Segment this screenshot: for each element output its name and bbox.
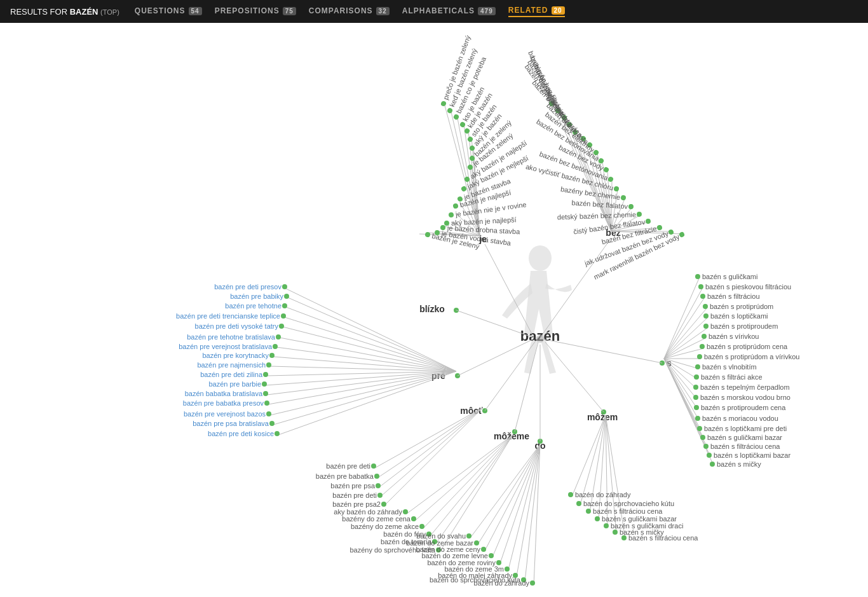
svg-text:bazén s moriacou vodou: bazén s moriacou vodou — [702, 415, 778, 422]
svg-point-159 — [264, 401, 269, 406]
svg-point-180 — [377, 493, 383, 498]
s-leaves[interactable]: bazén s guličkami bazén s pieskovou filt… — [693, 273, 799, 468]
svg-line-209 — [492, 444, 540, 557]
svg-point-308 — [697, 426, 702, 431]
tab-questions-label: QUESTIONS — [135, 6, 186, 15]
mozem-leaves[interactable]: bazén do záhrady bazén do sprchovacieho … — [568, 491, 698, 542]
tab-questions-count: 54 — [189, 7, 202, 15]
svg-point-141 — [281, 313, 286, 319]
je-leaves[interactable]: prečo je bazén zelený keď je bazén zelen… — [424, 34, 530, 250]
svg-line-271 — [664, 359, 698, 409]
svg-point-105 — [637, 212, 642, 217]
svg-text:bazén s pieskovou filtráciou: bazén s pieskovou filtráciou — [705, 283, 791, 291]
svg-point-278 — [695, 274, 700, 279]
svg-point-24 — [453, 114, 460, 121]
svg-point-26 — [459, 121, 466, 128]
svg-text:bazén pre tehotne bratislava: bazén pre tehotne bratislava — [187, 333, 276, 341]
svg-line-257 — [545, 340, 662, 363]
svg-point-296 — [695, 364, 700, 369]
svg-point-314 — [707, 453, 712, 458]
svg-line-116 — [456, 310, 534, 338]
tab-prepositions[interactable]: PREPOSITIONS 75 — [215, 6, 296, 17]
svg-point-145 — [276, 334, 281, 340]
svg-text:bazén s vírivkou: bazén s vírivkou — [709, 333, 759, 340]
nav-tabs: QUESTIONS 54 PREPOSITIONS 75 COMPARISONS… — [135, 6, 565, 17]
tab-related[interactable]: RELATED 20 — [508, 6, 565, 17]
svg-point-244 — [576, 501, 581, 506]
svg-point-306 — [695, 416, 700, 421]
tab-alphabeticals-label: ALPHABETICALS — [402, 6, 475, 15]
svg-text:bazén pre deti: bazén pre deti — [332, 491, 377, 499]
svg-text:bazén s protiprúdom cena: bazén s protiprúdom cena — [707, 343, 788, 350]
svg-text:bazén s protiprúdom: bazén s protiprúdom — [710, 303, 773, 310]
svg-text:bazén pre psa: bazén pre psa — [330, 482, 376, 490]
svg-point-225 — [505, 566, 510, 572]
svg-point-103 — [628, 204, 634, 210]
svg-text:bazén pre psa bratislava: bazén pre psa bratislava — [193, 420, 269, 427]
svg-point-149 — [269, 353, 275, 358]
svg-text:bazén s protiproudem cena: bazén s protiproudem cena — [701, 404, 786, 411]
svg-point-298 — [694, 374, 699, 380]
svg-point-221 — [489, 553, 494, 558]
svg-text:bazén s guličkami: bazén s guličkami — [702, 273, 757, 280]
svg-line-235 — [572, 415, 606, 497]
svg-point-99 — [613, 186, 620, 192]
tab-alphabeticals[interactable]: ALPHABETICALS 479 — [402, 6, 496, 17]
svg-point-223 — [496, 560, 501, 565]
svg-line-121 — [286, 307, 456, 371]
svg-line-133 — [273, 371, 456, 425]
svg-text:bazén pre deti presov: bazén pre deti presov — [214, 283, 281, 291]
svg-text:bazén pre babatka presov: bazén pre babatka presov — [183, 399, 264, 407]
page-title: RESULTS FOR BAZÉN (TOP) — [10, 7, 119, 17]
svg-line-170 — [378, 408, 483, 477]
svg-text:bazén pre babiky: bazén pre babiky — [230, 292, 283, 300]
svg-point-215 — [466, 533, 471, 539]
svg-text:bazény do zeme akce: bazény do zeme akce — [351, 523, 419, 530]
svg-point-165 — [275, 431, 280, 436]
svg-text:bazén s filtráciou cena: bazén s filtráciou cena — [628, 534, 698, 542]
svg-point-192 — [403, 509, 408, 514]
svg-point-101 — [620, 195, 626, 200]
svg-point-284 — [703, 304, 708, 309]
pre-leaves[interactable]: bazén pre deti presov bazén pre babiky b… — [176, 283, 289, 437]
svg-text:bazén s filtráciou cena: bazén s filtráciou cena — [593, 507, 663, 515]
svg-line-188 — [423, 435, 513, 528]
svg-line-172 — [381, 408, 483, 496]
bez-leaves[interactable]: bazén bez chlóru bazén bez chemie bazén … — [524, 50, 686, 280]
svg-point-294 — [697, 354, 702, 359]
svg-point-280 — [698, 284, 703, 289]
svg-point-143 — [279, 324, 284, 329]
svg-text:bazén do záhrady: bazén do záhrady — [575, 491, 631, 498]
svg-point-44 — [452, 203, 459, 209]
tab-comparisons[interactable]: COMPARISONS 32 — [309, 6, 390, 17]
top-label: (TOP) — [100, 8, 119, 16]
svg-text:bazén pre deti kosice: bazén pre deti kosice — [208, 430, 274, 437]
svg-point-310 — [700, 435, 705, 440]
main-content: bazén je prečo je bazén ze — [0, 23, 868, 597]
svg-text:bazén s loptičkami bazar: bazén s loptičkami bazar — [714, 451, 790, 459]
svg-point-0 — [529, 245, 552, 271]
svg-text:bazén babatka bratislava: bazén babatka bratislava — [185, 390, 263, 397]
svg-line-173 — [385, 408, 483, 505]
svg-text:bazény do zeme cena: bazény do zeme cena — [342, 515, 411, 523]
svg-point-231 — [530, 580, 535, 586]
svg-text:bazén bez flalatov: bazén bez flalatov — [571, 198, 628, 210]
svg-point-135 — [282, 284, 287, 289]
svg-text:bazén s filtráciou: bazén s filtráciou — [707, 292, 760, 300]
moct-leaves[interactable]: bazén pre deti bazén pre babatka bazén p… — [316, 462, 386, 508]
hub-blizko[interactable]: blízko — [419, 304, 445, 314]
svg-line-134 — [278, 371, 456, 435]
moct-lines — [375, 408, 483, 505]
visualization: bazén je prečo je bazén ze — [0, 23, 868, 597]
svg-point-137 — [284, 294, 289, 299]
tab-questions[interactable]: QUESTIONS 54 — [135, 6, 202, 17]
tab-comparisons-label: COMPARISONS — [309, 6, 373, 15]
svg-point-316 — [710, 462, 715, 467]
svg-line-124 — [280, 338, 456, 371]
svg-point-254 — [621, 535, 627, 540]
svg-point-155 — [262, 381, 267, 387]
svg-line-187 — [415, 435, 513, 521]
svg-point-151 — [266, 362, 271, 367]
svg-text:bazén pre deti trencianske tep: bazén pre deti trencianske teplice — [176, 312, 280, 320]
svg-line-122 — [285, 317, 456, 371]
